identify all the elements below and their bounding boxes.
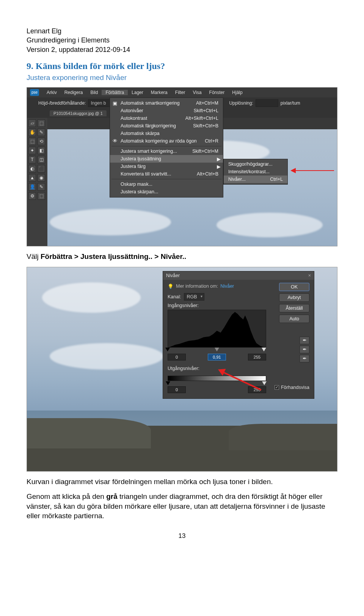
section-heading: 9. Känns bilden för mörk eller ljus? bbox=[27, 61, 337, 71]
input-black-field[interactable]: 0 bbox=[168, 354, 186, 361]
channel-select[interactable]: RGB bbox=[184, 293, 204, 301]
screenshot-menu: pse Arkiv Redigera Bild Förbättra Lager … bbox=[27, 87, 337, 246]
close-icon[interactable]: × bbox=[308, 273, 311, 278]
auto-button[interactable]: Auto bbox=[279, 315, 309, 323]
tool-icon[interactable]: ✦ bbox=[28, 147, 36, 154]
histogram bbox=[168, 310, 266, 348]
white-eyedropper-icon[interactable]: ✒ bbox=[300, 355, 309, 362]
aspect-ratio-label: Höjd-/breddförhållande: bbox=[38, 100, 86, 106]
menu-redigera[interactable]: Redigera bbox=[61, 90, 87, 95]
tool-icon[interactable]: ⬚ bbox=[38, 119, 45, 127]
submenu-intensitet[interactable]: Intensitet/kontrast... bbox=[224, 168, 287, 176]
submenu-arrow-icon: ▶ bbox=[217, 164, 221, 169]
output-white-slider[interactable] bbox=[262, 381, 267, 387]
menu-redeye[interactable]: 👁Automatisk korrigering av röda ögonCtrl… bbox=[110, 137, 223, 145]
levels-dialog: Nivåer × 💡 Mer information om: Nivåer OK… bbox=[163, 271, 314, 399]
menu-auto-smart[interactable]: ▣Automatisk smartkorrigeringAlt+Ctrl+M bbox=[110, 99, 223, 107]
channel-label: Kanal: bbox=[168, 294, 181, 299]
menu-markera[interactable]: Markera bbox=[147, 90, 171, 95]
dialog-titlebar: Nivåer × bbox=[163, 271, 314, 280]
info-label: Mer information om: bbox=[176, 284, 218, 289]
menu-lager[interactable]: Lager bbox=[128, 90, 147, 95]
tool-icon[interactable]: ◐ bbox=[28, 165, 36, 172]
tool-icon[interactable]: ⟲ bbox=[38, 138, 45, 145]
menu-fonster[interactable]: Fönster bbox=[206, 90, 229, 95]
page-number: 13 bbox=[27, 532, 337, 540]
annotation-arrow-icon bbox=[292, 170, 334, 171]
aspect-ratio-value[interactable]: Ingen b bbox=[88, 99, 111, 107]
output-black-field[interactable]: 0 bbox=[168, 386, 186, 393]
ok-button[interactable]: OK bbox=[279, 283, 309, 291]
menu-autoskarpa[interactable]: Automatisk skärpa bbox=[110, 130, 223, 137]
section-subtitle: Justera exponering med Nivåer bbox=[27, 74, 337, 82]
tool-icon[interactable]: ⬚ bbox=[28, 138, 36, 145]
paragraph-gray-triangle: Genom att klicka på den grå triangeln un… bbox=[27, 492, 337, 521]
eyedropper-group: ✒ ✒ ✒ bbox=[300, 337, 309, 362]
input-white-field[interactable]: 255 bbox=[248, 354, 266, 361]
tool-icon[interactable]: ✎ bbox=[38, 129, 45, 136]
input-gamma-field[interactable]: 0,91 bbox=[208, 354, 226, 361]
menu-arkiv[interactable]: Arkiv bbox=[43, 90, 61, 95]
paragraph-curve: Kurvan i diagrammet visar fördelningen m… bbox=[27, 477, 337, 487]
tool-icon[interactable]: T bbox=[28, 156, 36, 163]
menu-autonivaer[interactable]: AutonivåerSkift+Ctrl+L bbox=[110, 107, 223, 114]
reset-button[interactable]: Återställ bbox=[279, 304, 309, 312]
tool-icon[interactable]: ⚙ bbox=[28, 192, 36, 200]
menu-justera-smart[interactable]: Justera smart korrigering...Skift+Ctrl+M bbox=[110, 147, 223, 155]
menu-hjalp[interactable]: Hjälp bbox=[228, 90, 246, 95]
submenu-nivaer[interactable]: Nivåer...Ctrl+L bbox=[224, 176, 287, 183]
tool-icon[interactable]: ✎ bbox=[38, 183, 45, 191]
title-line: Grundredigering i Elements bbox=[27, 36, 337, 45]
ljussattning-submenu: Skuggor/högdagrar... Intensitet/kontrast… bbox=[223, 159, 288, 185]
resolution-label: Upplösning: bbox=[229, 100, 253, 106]
input-sliders[interactable] bbox=[168, 348, 266, 353]
gamma-slider[interactable] bbox=[215, 348, 219, 354]
menu-bild[interactable]: Bild bbox=[86, 90, 102, 95]
thumbnail-icon: ▣ bbox=[112, 100, 118, 106]
tool-icon[interactable]: 👤 bbox=[28, 183, 36, 191]
info-link[interactable]: Nivåer bbox=[220, 284, 234, 289]
resolution-unit: pixlar/tum bbox=[281, 100, 300, 106]
version-line: Version 2, uppdaterad 2012-09-14 bbox=[27, 45, 337, 54]
instruction-1: Välj Förbättra > Justera ljussättning.. … bbox=[27, 252, 337, 262]
tool-icon[interactable]: ◫ bbox=[38, 156, 45, 163]
menu-justera-skarpan[interactable]: Justera skärpan... bbox=[110, 188, 223, 196]
output-gradient[interactable] bbox=[168, 376, 266, 381]
author-line: Lennart Elg bbox=[27, 27, 337, 36]
menu-autofarg[interactable]: Automatisk färgkorrigeringSkift+Ctrl+B bbox=[110, 122, 223, 130]
tool-icon[interactable]: ▱ bbox=[28, 119, 36, 127]
preview-checkbox[interactable]: ✓ bbox=[275, 385, 279, 390]
black-point-slider[interactable] bbox=[165, 348, 170, 354]
menu-filter[interactable]: Filter bbox=[171, 90, 189, 95]
file-tab[interactable]: P1010541skuggor.jpg @ 1 bbox=[50, 110, 107, 116]
tool-icon[interactable]: ▲ bbox=[28, 174, 36, 182]
redeye-icon: 👁 bbox=[112, 138, 118, 144]
output-black-slider[interactable] bbox=[166, 381, 170, 387]
screenshot-levels: Nivåer × 💡 Mer information om: Nivåer OK… bbox=[27, 267, 337, 472]
tool-icon[interactable]: ◧ bbox=[38, 147, 45, 154]
resolution-field[interactable] bbox=[256, 99, 278, 107]
menu-forbattra[interactable]: Förbättra bbox=[102, 90, 128, 95]
document-header: Lennart Elg Grundredigering i Elements V… bbox=[27, 27, 337, 54]
black-eyedropper-icon[interactable]: ✒ bbox=[300, 337, 309, 344]
submenu-skuggor[interactable]: Skuggor/högdagrar... bbox=[224, 160, 287, 168]
white-point-slider[interactable] bbox=[262, 348, 266, 354]
app-menubar: pse Arkiv Redigera Bild Förbättra Lager … bbox=[27, 88, 337, 97]
app-badge: pse bbox=[30, 89, 39, 96]
cancel-button[interactable]: Avbryt bbox=[279, 293, 309, 302]
lightbulb-icon: 💡 bbox=[168, 284, 174, 289]
tool-icon[interactable]: ⬚ bbox=[38, 192, 45, 200]
menu-justera-farg[interactable]: Justera färg▶ bbox=[110, 163, 223, 170]
tool-icon[interactable]: ◉ bbox=[38, 174, 45, 182]
menu-svartvitt[interactable]: Konvertera till svartvitt...Alt+Ctrl+B bbox=[110, 170, 223, 178]
tool-icon[interactable]: ✋ bbox=[28, 129, 36, 136]
menu-visa[interactable]: Visa bbox=[189, 90, 205, 95]
submenu-arrow-icon: ▶ bbox=[217, 156, 221, 162]
menu-justera-ljus[interactable]: Justera ljussättning▶ bbox=[110, 155, 223, 163]
gray-eyedropper-icon[interactable]: ✒ bbox=[300, 346, 309, 353]
preview-label: Förhandsvisa bbox=[281, 385, 309, 390]
forbattra-dropdown: ▣Automatisk smartkorrigeringAlt+Ctrl+M A… bbox=[110, 97, 223, 197]
menu-oskarp-mask[interactable]: Oskarp mask... bbox=[110, 180, 223, 188]
menu-autokontrast[interactable]: AutokontrastAlt+Skift+Ctrl+L bbox=[110, 114, 223, 122]
tool-icon[interactable]: ⬛ bbox=[38, 165, 45, 172]
